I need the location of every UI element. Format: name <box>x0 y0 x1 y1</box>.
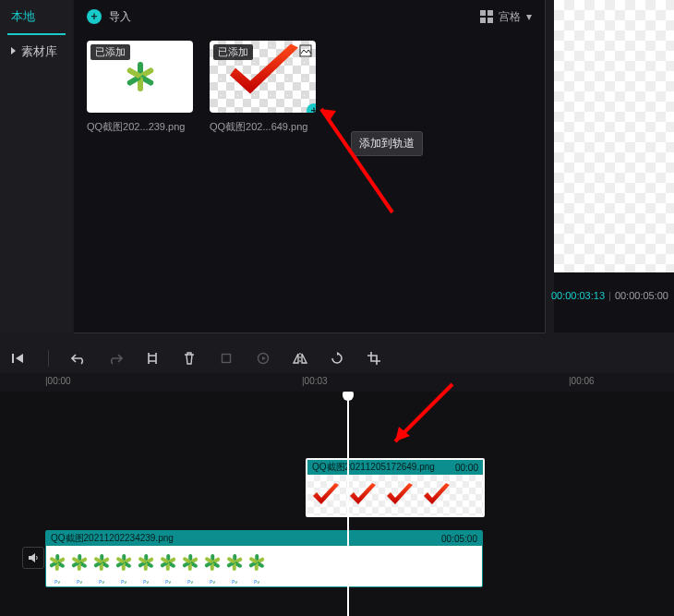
flower-logo-icon <box>124 60 157 93</box>
clip-body <box>307 475 483 515</box>
media-cards: 已添加 QQ截图202...239.png 已添加 + QQ截图202... <box>74 33 545 141</box>
clip-frame: Pv <box>157 546 179 586</box>
timeline-clip[interactable]: QQ截图20211202234239.png 00:05:00 PvPvPvPv… <box>45 530 483 587</box>
view-mode-control[interactable]: 宫格 ▾ <box>480 0 532 33</box>
clip-frame: Pv <box>179 546 201 586</box>
current-time: 00:00:03:13 <box>551 290 605 301</box>
freeze-button <box>219 351 234 366</box>
clip-frame: Pv <box>223 546 246 586</box>
toolbar-separator <box>48 350 49 367</box>
track-mute-button[interactable] <box>22 547 44 569</box>
timeline: |00:00 |00:03 |00:06 QQ截图20211205172649.… <box>0 373 674 616</box>
sidebar-tab-material-label: 素材库 <box>21 44 57 58</box>
clip-header: QQ截图20211205172649.png 00:00 <box>307 460 483 475</box>
clip-name: QQ截图20211205172649.png <box>312 461 435 474</box>
step-button[interactable] <box>11 351 26 366</box>
clip-name: QQ截图20211202234239.png <box>51 532 174 545</box>
timeline-ruler[interactable]: |00:00 |00:03 |00:06 <box>0 373 674 392</box>
chevron-down-icon: ▾ <box>526 0 532 33</box>
speed-button <box>256 351 271 366</box>
clip-duration: 00:00 <box>455 463 478 473</box>
ruler-label: |00:00 <box>45 376 71 386</box>
add-to-track-button[interactable]: + <box>307 103 316 113</box>
split-button[interactable] <box>145 351 160 366</box>
preview-timecode: 00:00:03:13 | 00:00:05:00 <box>554 272 674 319</box>
sidebar-tab-local[interactable]: 本地 <box>7 0 66 35</box>
preview-panel: 00:00:03:13 | 00:00:05:00 <box>554 0 674 332</box>
clip-frame: Pv <box>246 546 268 586</box>
added-badge: 已添加 <box>90 44 130 60</box>
undo-button[interactable] <box>71 351 86 366</box>
clip-frame: Pv <box>68 546 90 586</box>
media-thumbnail: 已添加 + <box>210 41 316 113</box>
clip-frame: Pv <box>113 546 135 586</box>
media-card[interactable]: 已添加 + QQ截图202...649.png <box>210 41 316 134</box>
ruler-label: |00:03 <box>302 376 328 386</box>
timeline-tracks: QQ截图20211205172649.png 00:00 QQ截图2021120… <box>0 392 674 616</box>
grid-icon <box>480 10 493 23</box>
library-panel: + 导入 宫格 ▾ 已添加 QQ截图202...239.png 已添加 <box>74 0 546 333</box>
tooltip: 添加到轨道 <box>351 131 423 156</box>
ruler-label: |00:06 <box>569 376 595 386</box>
redo-button <box>108 351 123 366</box>
clip-header: QQ截图20211202234239.png 00:05:00 <box>46 531 482 546</box>
plus-icon: + <box>87 9 102 24</box>
clip-duration: 00:05:00 <box>441 534 477 544</box>
clip-frame: Pv <box>46 546 68 586</box>
playhead[interactable] <box>347 392 349 616</box>
view-mode-label: 宫格 <box>499 0 521 33</box>
timeline-clip[interactable]: QQ截图20211205172649.png 00:00 <box>306 458 485 517</box>
total-time: 00:00:05:00 <box>615 290 668 301</box>
timeline-toolbar <box>0 345 674 371</box>
delete-button[interactable] <box>182 351 197 366</box>
rotate-button[interactable] <box>330 351 344 366</box>
media-filename: QQ截图202...649.png <box>210 120 316 134</box>
clip-frame: Pv <box>201 546 223 586</box>
media-card[interactable]: 已添加 QQ截图202...239.png <box>87 41 193 134</box>
media-filename: QQ截图202...239.png <box>87 120 193 134</box>
sidebar-tab-material[interactable]: 素材库 <box>0 35 73 68</box>
clip-frame: Pv <box>90 546 113 586</box>
import-button[interactable]: + 导入 <box>87 0 131 33</box>
media-thumbnail: 已添加 <box>87 41 193 113</box>
time-separator: | <box>608 290 611 301</box>
crop-button[interactable] <box>367 351 381 366</box>
chevron-right-icon <box>11 47 16 54</box>
mirror-button[interactable] <box>293 351 307 366</box>
svg-rect-2 <box>223 355 231 363</box>
speaker-icon <box>27 551 40 564</box>
preview-canvas <box>554 0 674 272</box>
library-toolbar: + 导入 宫格 ▾ <box>74 0 545 33</box>
clip-body: PvPvPvPvPvPvPvPvPvPv <box>46 546 482 586</box>
svg-rect-1 <box>12 354 14 363</box>
import-label: 导入 <box>109 0 131 33</box>
checkmark-icon <box>217 41 309 106</box>
clip-frame: Pv <box>135 546 157 586</box>
sidebar: 本地 素材库 <box>0 0 73 332</box>
